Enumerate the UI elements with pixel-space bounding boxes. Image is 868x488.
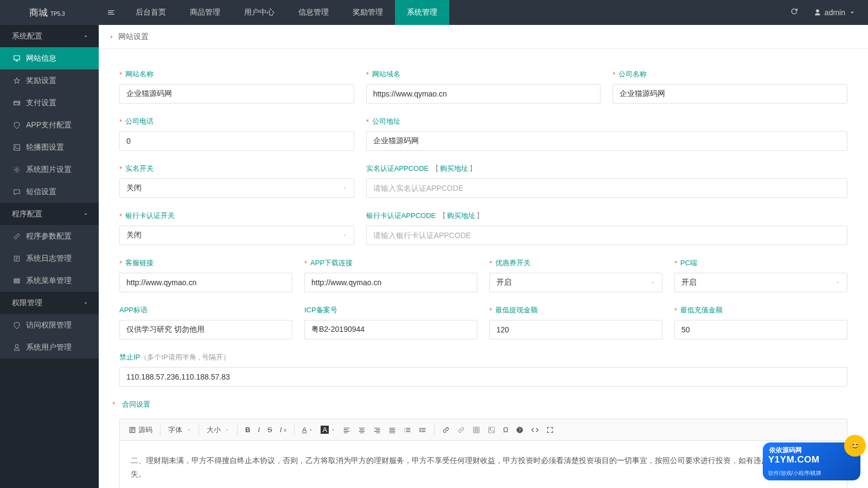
menu-toggle-button[interactable] xyxy=(99,0,124,25)
field-company-address: *公司地址 xyxy=(366,117,847,151)
italic-button[interactable]: I xyxy=(254,423,263,436)
help-icon: ? xyxy=(516,426,524,434)
field-bank-switch: *银行卡认证开关 关闭 xyxy=(119,211,354,245)
field-site-domain: *网站域名 xyxy=(366,69,601,104)
align-center-button[interactable] xyxy=(355,424,369,436)
caret-down-icon xyxy=(331,428,335,432)
editor-body[interactable]: 二、理财期未满，甲方不得擅自终止本协议，否则，乙方将取消为甲方的理财服务，甲方不… xyxy=(120,441,847,488)
source-button[interactable]: 源码 xyxy=(125,423,156,437)
watermark-sub: 软件/游戏/小程序/棋牌 xyxy=(768,470,821,477)
unordered-list-button[interactable] xyxy=(416,424,430,436)
topnav-item[interactable]: 后台首页 xyxy=(124,0,178,25)
realname-appcode-input[interactable] xyxy=(366,178,847,198)
icp-input[interactable] xyxy=(304,320,477,339)
table-button[interactable] xyxy=(469,424,483,436)
company-phone-input[interactable] xyxy=(119,131,354,151)
align-right-button[interactable] xyxy=(370,424,384,436)
link-button[interactable] xyxy=(439,424,453,436)
field-app-download: *APP下载连接 xyxy=(304,258,477,292)
align-right-icon xyxy=(373,426,381,434)
text-color-button[interactable]: A xyxy=(299,423,317,436)
sidebar-group-header[interactable]: 权限管理 xyxy=(0,292,99,314)
pc-switch-select[interactable]: 开启 xyxy=(674,273,847,292)
watermark-brand: 依依源码网 xyxy=(769,446,802,455)
coupon-switch-select[interactable]: 开启 xyxy=(489,273,662,292)
sidebar-item[interactable]: 系统图片设置 xyxy=(0,158,99,181)
breadcrumb-title: 网站设置 xyxy=(118,32,149,42)
omega-button[interactable]: Ω xyxy=(500,423,512,436)
rich-editor: 源码 字体 大小 B I S Ix A A xyxy=(119,419,847,488)
svg-point-2 xyxy=(419,427,420,428)
hamburger-icon xyxy=(107,8,116,17)
unlink-button[interactable] xyxy=(454,424,468,436)
site-name-input[interactable] xyxy=(119,84,354,104)
clear-format-button[interactable]: Ix xyxy=(277,423,290,436)
chevron-down-icon xyxy=(650,280,655,285)
ordered-list-button[interactable] xyxy=(400,424,414,436)
strike-button[interactable]: S xyxy=(264,423,276,436)
sidebar-item[interactable]: 网站信息 xyxy=(0,47,99,69)
ban-ip-input[interactable] xyxy=(119,367,847,387)
chevron-down-icon xyxy=(82,300,89,306)
realname-switch-select[interactable]: 关闭 xyxy=(119,178,354,198)
company-name-input[interactable] xyxy=(612,84,847,104)
align-center-icon xyxy=(358,426,366,434)
chevron-down-icon xyxy=(848,9,856,16)
sidebar-item[interactable]: 系统日志管理 xyxy=(0,247,99,269)
sidebar-item[interactable]: 短信设置 xyxy=(0,181,99,203)
sidebar-item[interactable]: 支付设置 xyxy=(0,92,99,114)
realname-buy-link[interactable]: 购买地址 xyxy=(440,164,468,174)
sidebar-group-header[interactable]: 程序配置 xyxy=(0,203,99,225)
sidebar-item[interactable]: 访问权限管理 xyxy=(0,314,99,336)
code-icon xyxy=(531,426,539,434)
bank-switch-select[interactable]: 关闭 xyxy=(119,226,354,245)
topnav-item[interactable]: 奖励管理 xyxy=(341,0,395,25)
service-link-input[interactable] xyxy=(119,273,292,292)
app-download-input[interactable] xyxy=(304,273,477,292)
align-justify-button[interactable] xyxy=(385,424,399,436)
align-left-button[interactable] xyxy=(340,424,354,436)
bank-appcode-input[interactable] xyxy=(366,226,847,245)
refresh-button[interactable] xyxy=(790,7,799,18)
image-button[interactable] xyxy=(484,424,499,436)
topnav-item[interactable]: 商品管理 xyxy=(178,0,232,25)
topnav-item[interactable]: 信息管理 xyxy=(286,0,341,25)
code-button[interactable] xyxy=(528,424,542,436)
sidebar-item-label: 访问权限管理 xyxy=(26,320,72,330)
min-recharge-input[interactable] xyxy=(674,320,847,339)
user-menu[interactable]: admin xyxy=(814,8,856,17)
sidebar-item-label: 支付设置 xyxy=(26,98,56,108)
field-company-phone: *公司电话 xyxy=(119,117,354,151)
chevron-down-icon xyxy=(342,233,347,238)
sidebar-item[interactable]: 轮播图设置 xyxy=(0,136,99,158)
min-withdraw-input[interactable] xyxy=(489,320,662,339)
bg-color-button[interactable]: A xyxy=(317,423,339,436)
font-dropdown[interactable]: 字体 xyxy=(165,425,194,435)
bold-button[interactable]: B xyxy=(242,423,253,436)
help-button[interactable]: ? xyxy=(513,424,527,436)
company-address-input[interactable] xyxy=(366,131,847,151)
topnav-item[interactable]: 用户中心 xyxy=(232,0,286,25)
sidebar-item[interactable]: 系统用户管理 xyxy=(0,336,99,358)
caret-down-icon xyxy=(309,428,313,432)
field-pc-switch: *PC端 开启 xyxy=(674,258,847,292)
sidebar-item-label: APP支付配置 xyxy=(26,120,72,130)
bank-buy-link[interactable]: 购买地址 xyxy=(447,211,475,221)
brand-name: 商城 xyxy=(29,7,48,19)
size-dropdown[interactable]: 大小 xyxy=(203,425,233,435)
field-coupon-switch: *优惠券开关 开启 xyxy=(489,258,662,292)
sidebar-item[interactable]: 奖励设置 xyxy=(0,69,99,92)
gear-icon xyxy=(13,166,21,174)
sidebar-item-label: 系统菜单管理 xyxy=(26,276,72,286)
site-domain-input[interactable] xyxy=(366,84,601,104)
sidebar-item[interactable]: 系统菜单管理 xyxy=(0,269,99,292)
fullscreen-button[interactable] xyxy=(543,424,557,436)
layout: 系统配置网站信息奖励设置支付设置APP支付配置轮播图设置系统图片设置短信设置程序… xyxy=(0,25,868,488)
user-icon xyxy=(814,9,821,16)
topnav-item[interactable]: 系统管理 xyxy=(395,0,449,25)
pay-icon xyxy=(13,99,21,107)
sidebar-item[interactable]: APP支付配置 xyxy=(0,114,99,136)
sidebar-item[interactable]: 程序参数配置 xyxy=(0,225,99,247)
app-slogan-input[interactable] xyxy=(119,320,292,339)
sidebar-group-header[interactable]: 系统配置 xyxy=(0,25,99,47)
